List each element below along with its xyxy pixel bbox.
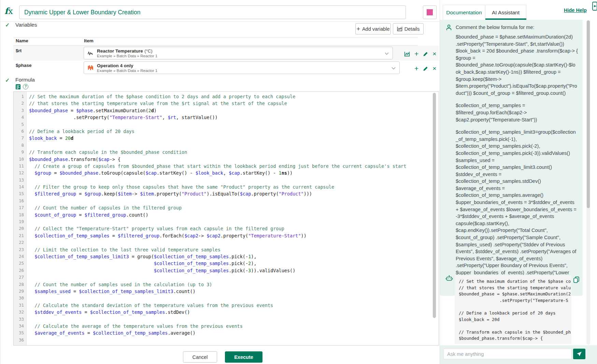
hide-help-link[interactable]: Hide Help (564, 8, 587, 13)
execute-button[interactable]: Execute (225, 351, 262, 363)
table-row: $phase Operation 4 only Example » Batch … (13, 60, 439, 75)
user-person-icon (445, 24, 452, 31)
item-title: Reactor Temperature (97, 48, 143, 54)
editor-scrollbar-thumb[interactable] (433, 93, 436, 318)
ai-bot-icon (445, 275, 453, 282)
formula-code-editor[interactable]: 1234567891011121314151617181920212223242… (13, 91, 439, 346)
item-select-operation-4-only[interactable]: Operation 4 only Example » Batch Data » … (84, 61, 400, 74)
tab-ai-assistant[interactable]: AI Assistant (485, 5, 526, 20)
table-top-border (13, 38, 418, 38)
item-path: Example » Batch Data » Reactor 1 (97, 69, 157, 73)
variable-name: $rt (16, 48, 22, 53)
send-button[interactable] (573, 349, 585, 359)
help-panel: Documentation AI Assistant Hide Help Com… (440, 0, 597, 364)
chevron-down-icon[interactable] (391, 66, 396, 70)
view-on-trend-icon[interactable] (404, 51, 410, 57)
formula-tool-window: fx ✓ Variables + Add variable Details Na… (0, 0, 597, 364)
ask-me-anything-input[interactable] (443, 349, 572, 359)
line-number-gutter: 1234567891011121314151617181920212223242… (14, 92, 27, 345)
remove-icon[interactable]: × (432, 65, 436, 72)
cancel-button[interactable]: Cancel (183, 351, 217, 363)
formula-document-icon[interactable] (15, 84, 21, 90)
add-variable-button[interactable]: + Add variable (355, 23, 391, 34)
tab-documentation[interactable]: Documentation (443, 5, 485, 20)
item-uom: (°C) (144, 48, 152, 54)
formula-fx-icon: fx (4, 6, 13, 16)
chevron-down-icon[interactable] (384, 52, 389, 56)
formula-code[interactable]: // Set the maximum duration of the $phas… (27, 92, 439, 345)
collapse-panel-icon[interactable] (592, 2, 597, 11)
details-button[interactable]: Details (393, 23, 424, 34)
color-swatch (427, 9, 433, 15)
edit-pencil-icon[interactable] (423, 66, 428, 71)
variable-name: $phase (16, 63, 32, 68)
chat-message-intro: Comment the below formula for me: (456, 24, 534, 30)
signal-icon (87, 50, 94, 56)
edit-pencil-icon[interactable] (423, 52, 428, 57)
color-swatch-button[interactable] (423, 5, 437, 19)
remove-icon[interactable]: × (432, 50, 436, 58)
chat-message-body: $bounded_phase = $phase.setMaximumDurati… (456, 33, 578, 290)
copy-icon[interactable] (573, 276, 580, 283)
item-select-reactor-temperature[interactable]: Reactor Temperature (°C) Example » Batch… (84, 47, 393, 59)
formula-check-icon: ✓ (5, 77, 10, 84)
variables-section-label: Variables (15, 22, 37, 28)
user-chat-message: Comment the below formula for me: $bound… (440, 20, 583, 296)
formula-section-label: Formula (15, 77, 35, 83)
panel-scrollbar-thumb[interactable] (587, 20, 590, 208)
trend-chart-icon (397, 26, 402, 31)
variables-check-icon: ✓ (5, 22, 10, 28)
formula-help-question-icon[interactable]: ? (23, 84, 28, 89)
ai-response-code-block[interactable]: // Set the maximum duration of the $phas… (455, 275, 571, 344)
ask-input-bar (440, 345, 597, 364)
column-header-name: Name (16, 38, 28, 43)
condition-capsules-icon (87, 65, 94, 71)
column-header-item: Item (84, 38, 94, 43)
item-path: Example » Batch Data » Reactor 1 (97, 54, 157, 58)
add-icon[interactable]: + (414, 50, 418, 58)
header-divider (0, 21, 440, 22)
formula-title-input[interactable] (19, 5, 406, 19)
add-icon[interactable]: + (414, 64, 418, 73)
item-title: Operation 4 only (97, 63, 133, 68)
plus-icon: + (356, 26, 360, 32)
table-row: $rt Reactor Temperature (°C) Example » B… (13, 46, 439, 60)
